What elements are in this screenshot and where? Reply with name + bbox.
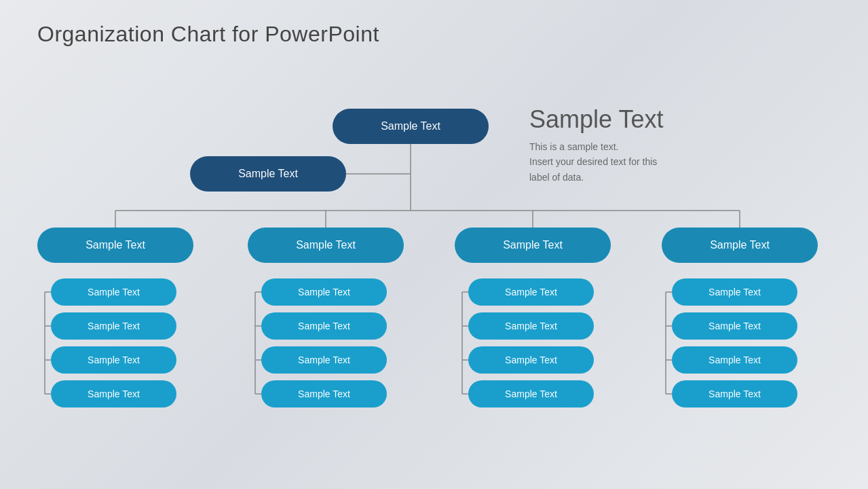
col-4-header[interactable]: Sample Text — [662, 228, 818, 263]
col-3-item-3[interactable]: Sample Text — [468, 346, 594, 374]
info-title: Sample Text — [529, 105, 663, 134]
secondary-node[interactable]: Sample Text — [190, 156, 346, 192]
col-2-item-3[interactable]: Sample Text — [261, 346, 387, 374]
col-4-item-3[interactable]: Sample Text — [672, 346, 797, 374]
col-1-item-2[interactable]: Sample Text — [51, 312, 176, 340]
col-3-item-1[interactable]: Sample Text — [468, 278, 594, 306]
col-4-item-1[interactable]: Sample Text — [672, 278, 797, 306]
info-text: This is a sample text. Insert your desir… — [529, 139, 663, 185]
col-4-item-2[interactable]: Sample Text — [672, 312, 797, 340]
col-3-header[interactable]: Sample Text — [455, 228, 611, 263]
col-1-item-3[interactable]: Sample Text — [51, 346, 176, 374]
col-3-item-2[interactable]: Sample Text — [468, 312, 594, 340]
col-3-item-4[interactable]: Sample Text — [468, 380, 594, 408]
info-box: Sample Text This is a sample text. Inser… — [529, 105, 663, 185]
col-2-item-4[interactable]: Sample Text — [261, 380, 387, 408]
col-1-header[interactable]: Sample Text — [37, 228, 193, 263]
page-title: Organization Chart for PowerPoint — [37, 22, 379, 47]
col-2-header[interactable]: Sample Text — [248, 228, 404, 263]
col-4-item-4[interactable]: Sample Text — [672, 380, 797, 408]
col-2-item-1[interactable]: Sample Text — [261, 278, 387, 306]
root-node[interactable]: Sample Text — [333, 109, 489, 144]
col-1-item-4[interactable]: Sample Text — [51, 380, 176, 408]
col-2-item-2[interactable]: Sample Text — [261, 312, 387, 340]
col-1-item-1[interactable]: Sample Text — [51, 278, 176, 306]
